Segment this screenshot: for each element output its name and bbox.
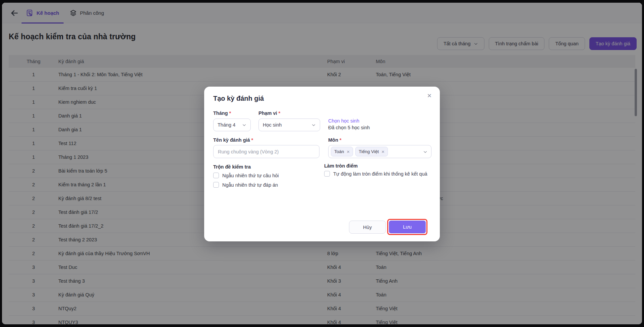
save-button[interactable]: Lưu <box>389 221 426 233</box>
chip-remove-icon[interactable]: × <box>382 149 385 154</box>
subjects-field-label: Môn* <box>328 137 341 143</box>
checkbox-icon[interactable] <box>213 173 219 178</box>
required-asterisk: * <box>279 110 281 116</box>
chip-remove-icon[interactable]: × <box>347 149 350 154</box>
close-icon[interactable]: ✕ <box>427 92 432 99</box>
cancel-button[interactable]: Hủy <box>349 221 386 234</box>
checkbox-icon[interactable] <box>213 182 219 188</box>
required-asterisk: * <box>229 110 231 116</box>
chip-label: Tiếng Việt <box>359 149 379 154</box>
choose-students-link[interactable]: Chọn học sinh <box>328 118 359 124</box>
chip-label: Toán <box>334 149 344 154</box>
scope-field-label: Phạm vi* <box>258 110 280 116</box>
checkbox-label: Ngẫu nhiên thứ tự câu hỏi <box>222 173 279 178</box>
month-field-label: Tháng* <box>213 110 231 116</box>
subject-chip[interactable]: Toán× <box>331 147 353 156</box>
required-asterisk: * <box>340 137 342 143</box>
chevron-down-icon <box>423 149 427 154</box>
modal-title: Tạo kỳ đánh giá <box>213 95 264 102</box>
rounding-section-label: Làm tròn điểm <box>324 163 358 169</box>
scope-select-value: Học sinh <box>263 122 282 128</box>
chevron-down-icon <box>242 123 246 127</box>
shuffle-section-label: Trộn đề kiểm tra <box>213 164 251 170</box>
assessment-name-input[interactable]: Rung chuông vàng (Vòng 2) <box>213 145 319 158</box>
app-window: Kế hoạch Phân công Kế hoạch kiểm tra của… <box>2 3 642 324</box>
scope-select[interactable]: Học sinh <box>258 119 320 131</box>
save-button-highlight-box: Lưu <box>387 219 427 235</box>
assessment-name-value: Rung chuông vàng (Vòng 2) <box>218 149 279 154</box>
month-select[interactable]: Tháng 4 <box>213 119 251 131</box>
subject-chip[interactable]: Tiếng Việt× <box>355 147 388 156</box>
subject-chips: Toán×Tiếng Việt× <box>331 147 388 156</box>
subjects-multiselect[interactable]: Toán×Tiếng Việt× <box>328 145 431 158</box>
name-field-label: Tên kỳ đánh giá* <box>213 137 253 143</box>
checkbox-label: Tự động làm tròn điểm khi thống kê kết q… <box>333 171 427 177</box>
chevron-down-icon <box>311 123 316 127</box>
shuffle-questions-checkbox[interactable]: Ngẫu nhiên thứ tự câu hỏi <box>213 173 279 178</box>
create-assessment-modal: Tạo kỳ đánh giá ✕ Tháng* Tháng 4 Phạm vi… <box>204 87 440 241</box>
shuffle-answers-checkbox[interactable]: Ngẫu nhiên thứ tự đáp án <box>213 182 278 188</box>
selected-students-count: Đã chọn 5 học sinh <box>328 125 370 130</box>
auto-round-checkbox[interactable]: Tự động làm tròn điểm khi thống kê kết q… <box>324 171 427 177</box>
month-select-value: Tháng 4 <box>218 122 235 128</box>
checkbox-icon[interactable] <box>324 171 330 177</box>
required-asterisk: * <box>251 137 253 143</box>
checkbox-label: Ngẫu nhiên thứ tự đáp án <box>222 182 278 188</box>
